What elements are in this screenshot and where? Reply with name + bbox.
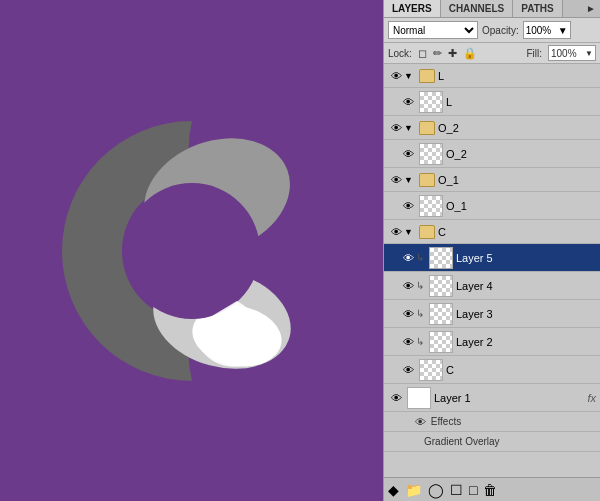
link-icon-layer3: ↳ [416, 308, 424, 319]
eye-icon-layer1[interactable]: 👁 [388, 390, 404, 406]
blend-mode-row: Normal Dissolve Multiply Screen Opacity:… [384, 18, 600, 43]
effects-label: Effects [428, 416, 461, 427]
tab-bar: LAYERS CHANNELS PATHS ► [384, 0, 600, 18]
link-icon-layer5: ↳ [416, 252, 424, 263]
lock-transparent-icon[interactable]: ◻ [418, 47, 427, 60]
lock-label: Lock: [388, 48, 412, 59]
thumb-O2 [419, 143, 443, 165]
layer-item-layer1[interactable]: 👁 Layer 1 fx [384, 384, 600, 412]
eye-icon-layer3[interactable]: 👁 [400, 306, 416, 322]
layer-group-O1[interactable]: 👁 ▼ O_1 [384, 168, 600, 192]
tab-layers[interactable]: LAYERS [384, 0, 441, 17]
layers-list: 👁 ▼ L 👁 L 👁 ▼ O_2 👁 O_2 👁 ▼ [384, 64, 600, 477]
thumb-L [419, 91, 443, 113]
new-layer-button[interactable]: □ [469, 482, 477, 498]
eye-icon-C-group[interactable]: 👁 [388, 224, 404, 240]
thumb-layer3 [429, 303, 453, 325]
layer-name-layer2: Layer 2 [456, 336, 596, 348]
layer-name-L: L [446, 96, 596, 108]
panels: LAYERS CHANNELS PATHS ► Normal Dissolve … [383, 0, 600, 501]
folder-icon-O1 [419, 173, 435, 187]
eye-icon-layer4[interactable]: 👁 [400, 278, 416, 294]
folder-icon-O2 [419, 121, 435, 135]
layer-item-layer2[interactable]: 👁 ↳ Layer 2 [384, 328, 600, 356]
eye-icon-C-layer[interactable]: 👁 [400, 362, 416, 378]
layer-item-layer5[interactable]: 👁 ↳ Layer 5 [384, 244, 600, 272]
bottom-toolbar: ◆ 📁 ◯ ☐ □ 🗑 [384, 477, 600, 501]
layer-item-layer3[interactable]: 👁 ↳ Layer 3 [384, 300, 600, 328]
canvas [0, 0, 383, 501]
fill-arrow[interactable]: ▼ [585, 49, 593, 58]
eye-icon-L-group[interactable]: 👁 [388, 68, 404, 84]
arrow-O2-group[interactable]: ▼ [404, 123, 416, 133]
layer-group-L[interactable]: 👁 ▼ L [384, 64, 600, 88]
eye-icon-O2-group[interactable]: 👁 [388, 120, 404, 136]
layer-item-C[interactable]: 👁 C [384, 356, 600, 384]
eye-icon-O2[interactable]: 👁 [400, 146, 416, 162]
lock-pixels-icon[interactable]: ✏ [433, 47, 442, 60]
opacity-label: Opacity: [482, 25, 519, 36]
layer-item-O1[interactable]: 👁 O_1 [384, 192, 600, 220]
fill-field[interactable]: 100% ▼ [548, 45, 596, 61]
opacity-value: 100% [526, 25, 552, 36]
eye-icon-O1-group[interactable]: 👁 [388, 172, 404, 188]
fill-value: 100% [551, 48, 577, 59]
eye-icon-layer2[interactable]: 👁 [400, 334, 416, 350]
lock-row: Lock: ◻ ✏ ✚ 🔒 Fill: 100% ▼ [384, 43, 600, 64]
create-layer-mask-button[interactable]: ☐ [450, 482, 463, 498]
thumb-C-layer [419, 359, 443, 381]
layer-group-O2[interactable]: 👁 ▼ O_2 [384, 116, 600, 140]
effect-gradient-overlay[interactable]: Gradient Overlay [384, 432, 600, 452]
arrow-L-group[interactable]: ▼ [404, 71, 416, 81]
arrow-O1-group[interactable]: ▼ [404, 175, 416, 185]
fill-label: Fill: [526, 48, 542, 59]
link-icon-layer4: ↳ [416, 280, 424, 291]
link-icon-layer2: ↳ [416, 336, 424, 347]
effects-row[interactable]: 👁 Effects [384, 412, 600, 432]
add-style-button[interactable]: ◆ [388, 482, 399, 498]
layer-name-O2: O_2 [446, 148, 596, 160]
lock-all-icon[interactable]: 🔒 [463, 47, 477, 60]
delete-layer-button[interactable]: 🗑 [483, 482, 497, 498]
panel-collapse-button[interactable]: ► [582, 0, 600, 17]
svg-point-3 [124, 183, 260, 319]
layer-group-C[interactable]: 👁 ▼ C [384, 220, 600, 244]
fx-icon-layer1[interactable]: fx [587, 392, 596, 404]
thumb-layer1 [407, 387, 431, 409]
blend-mode-select[interactable]: Normal Dissolve Multiply Screen [388, 21, 478, 39]
eye-icon-L[interactable]: 👁 [400, 94, 416, 110]
tab-paths[interactable]: PATHS [513, 0, 562, 17]
layer-item-layer4[interactable]: 👁 ↳ Layer 4 [384, 272, 600, 300]
create-group-button[interactable]: 📁 [405, 482, 422, 498]
arrow-C-group[interactable]: ▼ [404, 227, 416, 237]
layer-name-O2-group: O_2 [438, 122, 596, 134]
gradient-overlay-label: Gradient Overlay [424, 436, 500, 447]
layer-name-L-group: L [438, 70, 596, 82]
thumb-layer4 [429, 275, 453, 297]
layer-name-layer5: Layer 5 [456, 252, 596, 264]
layer-name-O1: O_1 [446, 200, 596, 212]
opacity-arrow[interactable]: ▼ [558, 25, 568, 36]
layer-name-O1-group: O_1 [438, 174, 596, 186]
create-adjustment-button[interactable]: ◯ [428, 482, 444, 498]
layer-name-layer1: Layer 1 [434, 392, 587, 404]
layer-name-C-group: C [438, 226, 596, 238]
layer-item-O2[interactable]: 👁 O_2 [384, 140, 600, 168]
opacity-field[interactable]: 100% ▼ [523, 21, 571, 39]
c-logo [42, 101, 342, 401]
folder-icon-L [419, 69, 435, 83]
eye-icon-layer5[interactable]: 👁 [400, 250, 416, 266]
thumb-O1 [419, 195, 443, 217]
layer-item-L[interactable]: 👁 L [384, 88, 600, 116]
eye-icon-O1[interactable]: 👁 [400, 198, 416, 214]
layer-name-C-layer: C [446, 364, 596, 376]
thumb-layer5 [429, 247, 453, 269]
eye-icon-effects[interactable]: 👁 [412, 414, 428, 430]
layer-name-layer3: Layer 3 [456, 308, 596, 320]
lock-position-icon[interactable]: ✚ [448, 47, 457, 60]
layer-name-layer4: Layer 4 [456, 280, 596, 292]
tab-channels[interactable]: CHANNELS [441, 0, 514, 17]
folder-icon-C [419, 225, 435, 239]
thumb-layer2 [429, 331, 453, 353]
